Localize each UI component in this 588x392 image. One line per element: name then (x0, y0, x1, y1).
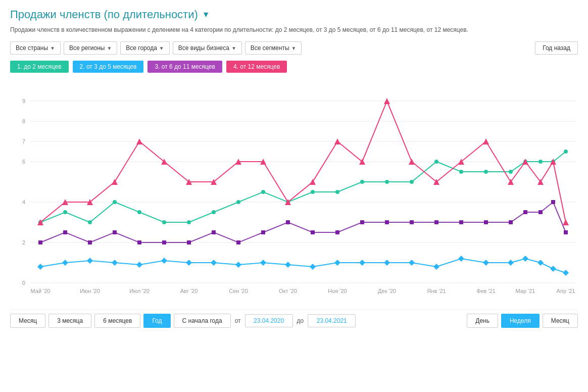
svg-rect-81 (212, 230, 216, 234)
svg-marker-72 (550, 266, 556, 272)
filter-regions[interactable]: Все регионы ▼ (64, 41, 117, 55)
chevron-down-icon: ▼ (159, 45, 164, 51)
svg-text:Апр '21: Апр '21 (557, 288, 575, 294)
period-year-ago-button[interactable]: Год назад (535, 41, 578, 55)
page-subtitle: Продажи членств в количественном выражен… (10, 25, 578, 34)
svg-point-35 (261, 190, 265, 194)
svg-point-47 (538, 160, 543, 164)
filter-business[interactable]: Все виды бизнеса ▼ (173, 41, 242, 55)
svg-rect-94 (523, 210, 527, 214)
chevron-down-icon: ▼ (50, 45, 55, 51)
svg-rect-83 (261, 230, 265, 234)
svg-text:Июл '20: Июл '20 (129, 288, 150, 294)
svg-rect-86 (335, 230, 339, 234)
svg-marker-63 (359, 260, 365, 266)
svg-rect-97 (564, 230, 568, 234)
svg-marker-60 (285, 262, 291, 268)
svg-point-28 (88, 220, 92, 224)
svg-text:Май '20: Май '20 (31, 288, 51, 294)
granularity-month-button[interactable]: Месяц (543, 314, 578, 328)
svg-point-45 (509, 170, 513, 174)
svg-marker-55 (161, 258, 167, 264)
period-year-button[interactable]: Год (143, 314, 170, 328)
svg-rect-96 (551, 200, 555, 204)
chevron-down-icon: ▼ (291, 45, 297, 51)
svg-text:2: 2 (22, 239, 25, 246)
title-dropdown-icon[interactable]: ▼ (202, 10, 210, 19)
svg-marker-62 (334, 260, 340, 266)
to-date-input[interactable] (308, 314, 356, 327)
svg-marker-64 (384, 260, 390, 266)
svg-rect-95 (538, 210, 543, 214)
svg-rect-74 (38, 240, 42, 244)
svg-marker-58 (235, 262, 241, 268)
svg-point-31 (162, 220, 166, 224)
period-6month-button[interactable]: 6 месяцев (94, 314, 140, 328)
svg-text:9: 9 (22, 98, 25, 104)
svg-rect-79 (162, 240, 166, 244)
legend-item-2[interactable]: 2. от 3 до 5 месяцев (73, 61, 144, 73)
svg-rect-77 (113, 230, 117, 234)
svg-marker-68 (483, 260, 489, 266)
filters-row: Все страны ▼ Все регионы ▼ Все города ▼ … (10, 41, 578, 55)
svg-text:0: 0 (22, 280, 25, 286)
filter-countries[interactable]: Все страны ▼ (10, 41, 61, 55)
svg-marker-109 (310, 179, 316, 185)
svg-rect-85 (311, 230, 315, 234)
svg-marker-67 (458, 256, 464, 262)
svg-point-34 (236, 200, 240, 204)
filter-cities[interactable]: Все города ▼ (120, 41, 169, 55)
period-3month-button[interactable]: 3 месяца (48, 314, 91, 328)
svg-rect-82 (236, 240, 240, 244)
svg-point-38 (335, 190, 339, 194)
svg-text:Дек '20: Дек '20 (378, 288, 396, 294)
svg-text:Окт '20: Окт '20 (279, 288, 297, 294)
svg-marker-57 (211, 260, 217, 266)
svg-marker-51 (62, 260, 68, 266)
svg-marker-53 (112, 260, 118, 266)
from-date-input[interactable] (245, 314, 293, 327)
legend-item-1[interactable]: 1. до 2 месяцев (10, 61, 69, 73)
page-title: Продажи членств (по длительности) (10, 8, 198, 21)
svg-text:7: 7 (22, 138, 25, 144)
svg-text:4: 4 (22, 199, 25, 205)
svg-marker-71 (537, 260, 544, 266)
svg-marker-70 (522, 256, 528, 262)
svg-point-37 (311, 190, 315, 194)
svg-marker-69 (508, 260, 514, 266)
svg-rect-80 (187, 240, 191, 244)
svg-point-39 (360, 180, 364, 184)
svg-marker-101 (112, 179, 118, 185)
chevron-down-icon: ▼ (231, 45, 236, 51)
from-label: от (234, 317, 242, 324)
svg-rect-78 (137, 240, 141, 244)
period-month-button[interactable]: Месяц (10, 314, 45, 328)
granularity-week-button[interactable]: Неделя (501, 314, 540, 328)
svg-point-32 (187, 220, 191, 224)
svg-marker-52 (87, 258, 93, 264)
svg-point-43 (459, 170, 463, 174)
period-ytd-button[interactable]: С начала года (174, 314, 231, 328)
svg-text:Авг '20: Авг '20 (180, 288, 198, 294)
svg-marker-54 (136, 262, 142, 268)
svg-text:8: 8 (22, 118, 25, 124)
chart-svg: .axis-label { font-size: 11px; fill: #99… (10, 81, 578, 303)
svg-text:Ноя '20: Ноя '20 (328, 288, 347, 294)
svg-text:Сен '20: Сен '20 (229, 288, 248, 294)
svg-text:Мар '21: Мар '21 (516, 288, 535, 294)
svg-point-30 (137, 210, 141, 214)
svg-text:6: 6 (22, 159, 25, 165)
svg-rect-93 (509, 220, 513, 224)
bottom-controls: Месяц 3 месяца 6 месяцев Год С начала го… (10, 309, 578, 328)
filter-segments[interactable]: Все сегменты ▼ (245, 41, 302, 55)
svg-marker-56 (186, 260, 192, 266)
svg-rect-92 (484, 220, 488, 224)
svg-marker-65 (409, 260, 415, 266)
svg-point-40 (385, 180, 389, 184)
legend-item-4[interactable]: 4. от 12 месяцев (226, 61, 287, 73)
to-label: до (296, 317, 305, 324)
svg-marker-73 (563, 270, 569, 276)
granularity-day-button[interactable]: День (467, 314, 498, 328)
svg-rect-76 (88, 240, 92, 244)
legend-item-3[interactable]: 3. от 6 до 11 месяцев (148, 61, 222, 73)
